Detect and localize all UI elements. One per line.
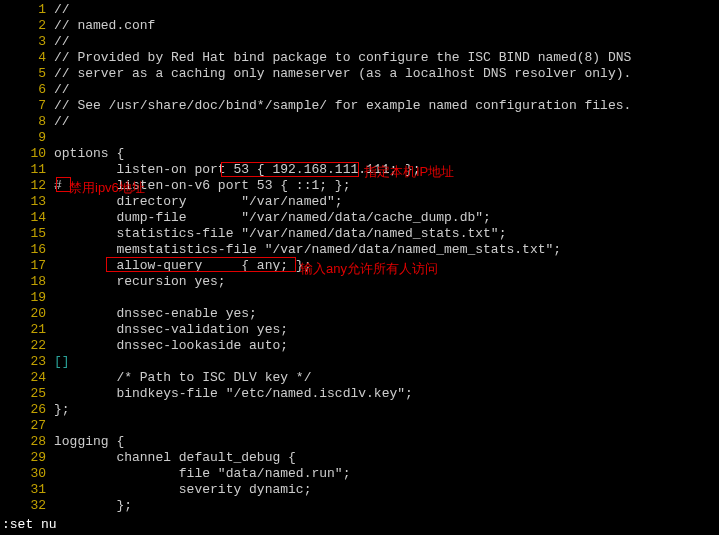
code-line: 25 bindkeys-file "/etc/named.iscdlv.key"…: [0, 386, 719, 402]
line-number: 14: [0, 210, 54, 226]
code-line: 27: [0, 418, 719, 434]
highlight-box-allow-query: [106, 257, 296, 272]
line-number: 16: [0, 242, 54, 258]
code-text: recursion yes;: [54, 274, 226, 290]
line-number: 12: [0, 178, 54, 194]
code-text: /* Path to ISC DLV key */: [54, 370, 311, 386]
code-text: dnssec-enable yes;: [54, 306, 257, 322]
line-number: 1: [0, 2, 54, 18]
line-number: 2: [0, 18, 54, 34]
code-text: //: [54, 34, 70, 50]
line-number: 19: [0, 290, 54, 306]
code-text: options {: [54, 146, 124, 162]
code-line: 4// Provided by Red Hat bind package to …: [0, 50, 719, 66]
line-number: 20: [0, 306, 54, 322]
code-line: 10options {: [0, 146, 719, 162]
code-line: 24 /* Path to ISC DLV key */: [0, 370, 719, 386]
code-text: //: [54, 82, 70, 98]
code-line: 21 dnssec-validation yes;: [0, 322, 719, 338]
code-text: };: [54, 498, 132, 514]
code-line: 15 statistics-file "/var/named/data/name…: [0, 226, 719, 242]
line-number: 26: [0, 402, 54, 418]
line-number: 4: [0, 50, 54, 66]
line-number: 23: [0, 354, 54, 370]
code-line: 19: [0, 290, 719, 306]
line-number: 9: [0, 130, 54, 146]
highlight-box-ip: [221, 162, 359, 177]
code-line: 8//: [0, 114, 719, 130]
code-text: // Provided by Red Hat bind package to c…: [54, 50, 631, 66]
annotation-ipv6: 禁用ipv6地址: [69, 180, 145, 196]
line-number: 5: [0, 66, 54, 82]
code-line: 3//: [0, 34, 719, 50]
code-text: // server as a caching only nameserver (…: [54, 66, 631, 82]
line-number: 22: [0, 338, 54, 354]
code-text: memstatistics-file "/var/named/data/name…: [54, 242, 561, 258]
code-line: 30 file "data/named.run";: [0, 466, 719, 482]
code-text: dnssec-lookaside auto;: [54, 338, 288, 354]
code-text: statistics-file "/var/named/data/named_s…: [54, 226, 506, 242]
code-line: 5// server as a caching only nameserver …: [0, 66, 719, 82]
code-line: 6//: [0, 82, 719, 98]
code-text: []: [54, 354, 70, 370]
line-number: 10: [0, 146, 54, 162]
code-line: 20 dnssec-enable yes;: [0, 306, 719, 322]
line-number: 6: [0, 82, 54, 98]
code-text: // See /usr/share/doc/bind*/sample/ for …: [54, 98, 631, 114]
line-number: 18: [0, 274, 54, 290]
code-line: 9: [0, 130, 719, 146]
code-text: //: [54, 2, 70, 18]
line-number: 21: [0, 322, 54, 338]
line-number: 32: [0, 498, 54, 514]
code-line: 23[]: [0, 354, 719, 370]
code-line: 14 dump-file "/var/named/data/cache_dump…: [0, 210, 719, 226]
code-text: severity dynamic;: [54, 482, 311, 498]
code-text: dnssec-validation yes;: [54, 322, 288, 338]
line-number: 11: [0, 162, 54, 178]
code-text: dump-file "/var/named/data/cache_dump.db…: [54, 210, 491, 226]
line-number: 31: [0, 482, 54, 498]
line-number: 28: [0, 434, 54, 450]
code-line: 2// named.conf: [0, 18, 719, 34]
vim-command-line[interactable]: :set nu: [2, 517, 57, 533]
code-line: 1//: [0, 2, 719, 18]
line-number: 3: [0, 34, 54, 50]
line-number: 8: [0, 114, 54, 130]
code-text: file "data/named.run";: [54, 466, 350, 482]
code-text: bindkeys-file "/etc/named.iscdlv.key";: [54, 386, 413, 402]
annotation-any: 输入any允许所有人访问: [300, 261, 438, 277]
code-line: 26};: [0, 402, 719, 418]
code-line: 29 channel default_debug {: [0, 450, 719, 466]
line-number: 25: [0, 386, 54, 402]
line-number: 24: [0, 370, 54, 386]
code-text: logging {: [54, 434, 124, 450]
code-line: 13 directory "/var/named";: [0, 194, 719, 210]
code-text: // named.conf: [54, 18, 155, 34]
annotation-ip: 指定本机IP地址: [364, 164, 454, 180]
line-number: 30: [0, 466, 54, 482]
code-text: channel default_debug {: [54, 450, 296, 466]
line-number: 13: [0, 194, 54, 210]
line-number: 27: [0, 418, 54, 434]
code-text: directory "/var/named";: [54, 194, 343, 210]
line-number: 17: [0, 258, 54, 274]
code-line: 28logging {: [0, 434, 719, 450]
code-text: };: [54, 402, 70, 418]
code-line: 11 listen-on port 53 { 192.168.111.111; …: [0, 162, 719, 178]
code-line: 31 severity dynamic;: [0, 482, 719, 498]
code-line: 16 memstatistics-file "/var/named/data/n…: [0, 242, 719, 258]
code-line: 22 dnssec-lookaside auto;: [0, 338, 719, 354]
code-line: 32 };: [0, 498, 719, 514]
line-number: 7: [0, 98, 54, 114]
code-line: 7// See /usr/share/doc/bind*/sample/ for…: [0, 98, 719, 114]
code-text: //: [54, 114, 70, 130]
line-number: 15: [0, 226, 54, 242]
line-number: 29: [0, 450, 54, 466]
